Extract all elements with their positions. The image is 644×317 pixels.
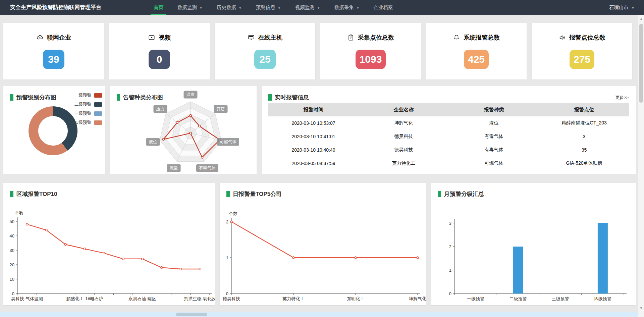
chevron-down-icon: ▼	[631, 6, 635, 10]
stat-value-badge: 1093	[356, 50, 386, 69]
col-header-alarm-type: 报警种类	[449, 103, 539, 116]
svg-text:个数: 个数	[229, 211, 237, 216]
radar-axis-label: 液位	[146, 138, 160, 146]
svg-text:20: 20	[10, 262, 14, 267]
svg-text:二级预警: 二级预警	[509, 296, 527, 301]
line-marker	[355, 257, 357, 259]
svg-text:2: 2	[226, 219, 228, 224]
line-marker	[45, 229, 47, 231]
panel-monthly-warning-summary: 月预警分级汇总 0123一级预警二级预警三级预警四级预警	[431, 183, 636, 305]
video-icon	[148, 34, 155, 41]
line-marker	[122, 258, 124, 260]
line-marker	[230, 221, 232, 223]
cell-alarm-point: 35	[539, 143, 629, 157]
scroll-down-icon[interactable]: ∨	[638, 306, 644, 310]
bar	[513, 247, 523, 294]
table-row[interactable]: 2020-03-05 08:37:59 英力特化工 可燃气体 GIA-520单体…	[268, 157, 629, 170]
svg-text:50: 50	[10, 219, 14, 224]
cell-alarm-time: 2020-03-05 08:37:59	[268, 157, 359, 170]
monitor-icon	[248, 34, 255, 41]
dashboard-root: 安全生产风险预警防控物联网管理平台 首页 数据监测▼ 历史数据▼ 预警信息▼ 视…	[0, 0, 644, 317]
cell-alarm-type: 液位	[449, 116, 539, 130]
stat-value-badge: 39	[43, 50, 64, 69]
scroll-up-icon[interactable]: ∧	[638, 17, 644, 21]
svg-text:0: 0	[12, 291, 14, 296]
nav-item-history-data[interactable]: 历史数据▼	[210, 0, 249, 15]
nav-item-enterprise-archive[interactable]: 企业档案	[367, 0, 400, 15]
svg-text:40: 40	[10, 233, 14, 239]
panel-daily-alarm-top5: 日报警量TOP5公司 012个数德昊科技英力特化工东明化工坤辉气化	[220, 183, 426, 305]
table-row[interactable]: 2020-03-10 10:53:07 坤辉气化 液位 精醇南罐液位GT_203	[268, 116, 629, 130]
bell-icon	[453, 34, 460, 41]
line-marker	[26, 223, 28, 225]
radar-marker	[190, 132, 192, 134]
cell-alarm-type: 有毒气体	[449, 143, 539, 157]
cell-alarm-type: 可燃气体	[449, 157, 539, 170]
stat-label: 联网企业	[47, 34, 71, 42]
region-selector[interactable]: 石嘴山市▼	[609, 4, 635, 11]
svg-text:0: 0	[226, 291, 228, 296]
horizontal-scrollbar[interactable]	[0, 312, 638, 317]
svg-text:鹏盛化工-1#电石炉: 鹏盛化工-1#电石炉	[66, 296, 103, 301]
main-menu: 首页 数据监测▼ 历史数据▼ 预警信息▼ 视频监测▼ 数据采集▼ 企业档案	[147, 0, 400, 15]
svg-text:荆洪生物-氧化反: 荆洪生物-氧化反	[184, 296, 215, 301]
cell-enterprise: 德昊科技	[359, 130, 449, 143]
daily-top5-line-chart: 012个数德昊科技英力特化工东明化工坤辉气化	[220, 183, 426, 305]
svg-text:坤辉气化: 坤辉气化	[409, 296, 426, 301]
cell-alarm-time: 2020-03-10 10:53:07	[268, 116, 359, 130]
radar-marker	[176, 121, 178, 123]
stat-card-collection-points: 采集点位总数 1093	[320, 23, 421, 80]
chevron-down-icon: ▼	[238, 6, 242, 10]
stat-card-system-alarms: 系统报警总数 425	[426, 23, 527, 80]
svg-text:德昊科技: 德昊科技	[223, 296, 240, 301]
radar-marker	[198, 125, 200, 127]
svg-text:1: 1	[449, 268, 451, 273]
cell-alarm-point: 精醇南罐液位GT_203	[539, 116, 629, 130]
nav-item-data-collection[interactable]: 数据采集▼	[327, 0, 367, 15]
radar-axis-label: 温度	[184, 91, 198, 99]
nav-item-warning-info[interactable]: 预警信息▼	[249, 0, 288, 15]
line-marker	[180, 268, 182, 270]
nav-item-data-monitoring[interactable]: 数据监测▼	[170, 0, 210, 15]
speaker-icon	[558, 34, 566, 41]
radar-axis-label: 可燃气体	[217, 138, 239, 146]
series-line	[231, 222, 418, 258]
cell-alarm-type: 有毒气体	[449, 130, 539, 143]
more-link[interactable]: 更多>>	[615, 95, 629, 101]
panel-title: 实时报警信息	[275, 94, 309, 101]
cell-enterprise: 德昊科技	[359, 143, 449, 157]
stat-value-badge: 275	[570, 50, 594, 69]
stat-value-badge: 425	[464, 50, 489, 69]
scrollbar-thumb[interactable]	[176, 313, 207, 316]
svg-text:3: 3	[449, 221, 451, 226]
line-marker	[103, 252, 105, 254]
line-marker	[292, 257, 294, 259]
alarm-type-radar-chart	[110, 86, 257, 174]
vertical-scrollbar[interactable]: ∧ ∨	[638, 15, 644, 317]
svg-text:永润石油-罐区: 永润石油-罐区	[128, 296, 156, 301]
panel-alarm-type-distribution: 告警种类分布图 温度其它可燃气体有毒气体流量液位压力	[110, 86, 257, 174]
svg-text:30: 30	[10, 248, 14, 253]
warning-level-donut-chart	[3, 86, 105, 174]
radar-axis-label: 流量	[167, 164, 181, 172]
stat-label: 采集点位总数	[358, 34, 394, 42]
svg-text:三级预警: 三级预警	[552, 296, 569, 301]
stat-card-online-hosts: 在线主机 25	[215, 23, 315, 80]
cell-alarm-time: 2020-03-10 10:40:40	[268, 143, 359, 157]
cell-enterprise: 英力特化工	[359, 157, 449, 170]
nav-item-video-monitoring[interactable]: 视频监测▼	[288, 0, 327, 15]
table-row[interactable]: 2020-03-10 10:41:01 德昊科技 有毒气体 3	[268, 130, 629, 143]
table-row[interactable]: 2020-03-10 10:40:40 德昊科技 有毒气体 35	[268, 143, 629, 157]
radar-marker	[190, 114, 192, 116]
chevron-down-icon: ▼	[356, 6, 360, 10]
scrollbar-thumb[interactable]	[639, 24, 643, 103]
app-title: 安全生产风险预警防控物联网管理平台	[10, 4, 101, 11]
col-header-alarm-point: 报警点位	[539, 103, 629, 116]
panel-region-alarm-top10: 区域报警TOP10 01020304050个数昊科技-气体监测鹏盛化工-1#电石…	[3, 183, 215, 305]
nav-item-home[interactable]: 首页	[147, 0, 170, 15]
stat-value-badge: 25	[254, 50, 276, 69]
active-underline	[151, 14, 166, 15]
top-navbar: 安全生产风险预警防控物联网管理平台 首页 数据监测▼ 历史数据▼ 预警信息▼ 视…	[0, 0, 644, 15]
radar-axis-label: 其它	[214, 105, 227, 113]
bar	[598, 223, 608, 294]
